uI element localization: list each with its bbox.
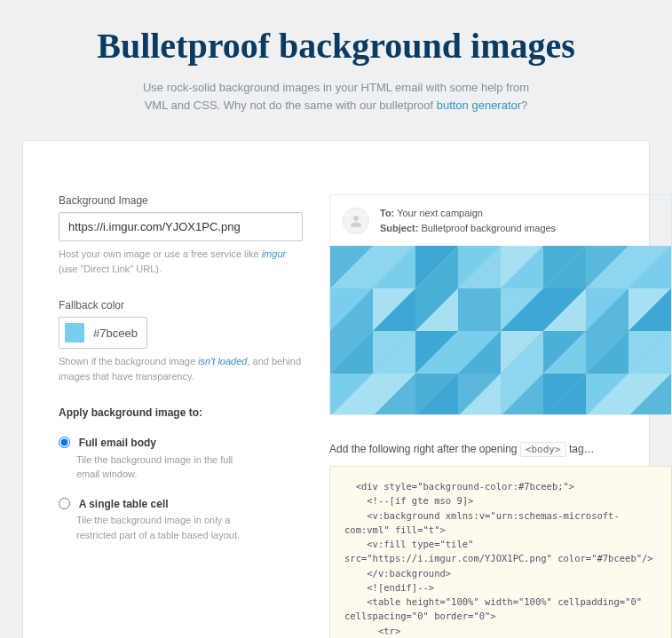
- preview-background: [330, 246, 671, 414]
- to-value: Your next campaign: [397, 208, 483, 218]
- radio-table-cell-label[interactable]: A single table cell: [79, 497, 169, 509]
- email-preview: To: Your next campaign Subject: Bulletpr…: [329, 194, 672, 415]
- code-intro: Add the following right after the openin…: [329, 442, 672, 457]
- bg-image-label: Background Image: [59, 194, 303, 207]
- bg-image-help: Host your own image or use a free servic…: [59, 247, 303, 276]
- page-tagline: Use rock-solid background images in your…: [132, 79, 541, 114]
- apply-title: Apply background image to:: [59, 406, 303, 419]
- radio-table-cell-help: Tile the background image in only a rest…: [76, 513, 254, 542]
- radio-table-cell[interactable]: [59, 498, 70, 509]
- radio-full-body-label[interactable]: Full email body: [79, 437, 156, 449]
- fallback-color-label: Fallback color: [59, 299, 303, 311]
- imgur-link[interactable]: imgur: [262, 248, 287, 259]
- radio-full-body-help: Tile the background image in the full em…: [76, 453, 254, 482]
- radio-full-body[interactable]: [59, 437, 70, 448]
- button-generator-link[interactable]: button generator: [437, 98, 521, 112]
- fallback-color-value: #7bceeb: [93, 327, 138, 340]
- code-snippet[interactable]: <div style="background-color:#7bceeb;"> …: [329, 466, 672, 638]
- color-swatch-icon: [65, 323, 84, 343]
- fallback-color-picker[interactable]: #7bceeb: [59, 317, 147, 349]
- fallback-help: Shown if the background image isn't load…: [59, 354, 303, 383]
- body-tag-chip: <body>: [520, 442, 566, 457]
- subject-label: Subject:: [380, 223, 418, 233]
- isnt-loaded-link[interactable]: isn't loaded: [198, 356, 247, 366]
- preview-meta: To: Your next campaign Subject: Bulletpr…: [380, 206, 556, 235]
- avatar-icon: [343, 208, 369, 234]
- generator-card: Background Image Host your own image or …: [22, 140, 650, 638]
- subject-value: Bulletproof background images: [421, 223, 556, 233]
- bg-image-input[interactable]: [59, 212, 303, 241]
- page-title: Bulletproof background images: [53, 27, 619, 66]
- to-label: To:: [380, 208, 394, 218]
